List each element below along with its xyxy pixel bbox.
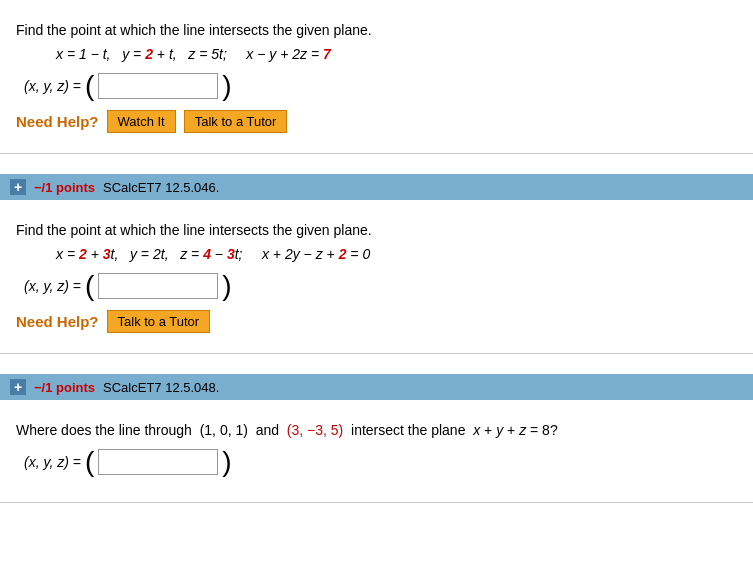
problem-2-answer-label: (x, y, z) = [24,278,81,294]
spacer-2 [0,354,753,374]
problem-2-answer-input[interactable] [98,273,218,299]
problem-3-id: SCalcET7 12.5.048. [103,380,219,395]
problem-1-answer-label: (x, y, z) = [24,78,81,94]
problem-1-need-help: Need Help? Watch It Talk to a Tutor [16,110,737,133]
problem-1-answer-input[interactable] [98,73,218,99]
problem-3-answer-label: (x, y, z) = [24,454,81,470]
problem-2-answer-line: (x, y, z) = ( ) [24,272,737,300]
problem-1: Find the point at which the line interse… [0,0,753,154]
watch-it-button[interactable]: Watch It [107,110,176,133]
talk-to-tutor-button-2[interactable]: Talk to a Tutor [107,310,211,333]
left-paren-2: ( [85,272,94,300]
problem-3-answer-input[interactable] [98,449,218,475]
problem-2-instruction: Find the point at which the line interse… [16,222,737,238]
problem-2-points: −/1 points [34,180,95,195]
expand-button-2[interactable]: + [10,179,26,195]
problem-1-equation: x = 1 − t, y = 2 + t, z = 5t; x − y + 2z… [56,46,737,62]
spacer-1 [0,154,753,174]
problem-3-instruction: Where does the line through (1, 0, 1) an… [16,422,737,438]
talk-to-tutor-button-1[interactable]: Talk to a Tutor [184,110,288,133]
left-paren-3: ( [85,448,94,476]
problem-3-body: Where does the line through (1, 0, 1) an… [0,400,753,503]
expand-button-3[interactable]: + [10,379,26,395]
left-paren-1: ( [85,72,94,100]
problem-2-equation: x = 2 + 3t, y = 2t, z = 4 − 3t; x + 2y −… [56,246,737,262]
right-paren-3: ) [222,448,231,476]
need-help-label-1: Need Help? [16,113,99,130]
problem-1-instruction: Find the point at which the line interse… [16,22,737,38]
problem-3-section: + −/1 points SCalcET7 12.5.048. Where do… [0,374,753,503]
problem-1-answer-line: (x, y, z) = ( ) [24,72,737,100]
right-paren-1: ) [222,72,231,100]
problem-3-header: + −/1 points SCalcET7 12.5.048. [0,374,753,400]
problem-2-header: + −/1 points SCalcET7 12.5.046. [0,174,753,200]
problem-2-id: SCalcET7 12.5.046. [103,180,219,195]
need-help-label-2: Need Help? [16,313,99,330]
problem-3-points: −/1 points [34,380,95,395]
problem-2-section: + −/1 points SCalcET7 12.5.046. Find the… [0,174,753,354]
problem-2-body: Find the point at which the line interse… [0,200,753,354]
right-paren-2: ) [222,272,231,300]
problem-2-need-help: Need Help? Talk to a Tutor [16,310,737,333]
problem-3-answer-line: (x, y, z) = ( ) [24,448,737,476]
